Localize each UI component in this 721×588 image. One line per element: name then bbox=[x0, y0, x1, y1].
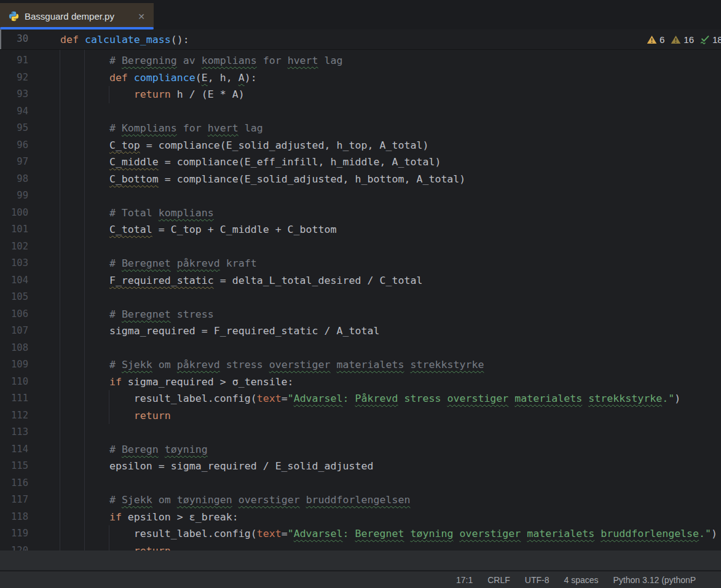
code-line[interactable]: 93 return h / (E * A) bbox=[0, 86, 721, 103]
code-token: tøyning bbox=[165, 444, 208, 455]
inspection-count: 6 bbox=[660, 34, 664, 45]
code-line[interactable]: 119 result_label.config(text="Advarsel: … bbox=[0, 525, 721, 543]
code-token bbox=[171, 257, 177, 269]
line-number[interactable]: 117 bbox=[0, 492, 36, 509]
status-line-ending[interactable]: CRLF bbox=[487, 575, 510, 585]
code-line[interactable]: 117 # Sjekk om tøyningen overstiger brud… bbox=[0, 492, 721, 509]
code-token: kraft bbox=[220, 257, 257, 269]
line-number[interactable]: 99 bbox=[0, 187, 36, 205]
code-token: komplians bbox=[202, 55, 257, 66]
code-line[interactable]: 98 C_bottom = compliance(E_solid_adjuste… bbox=[0, 171, 721, 188]
code-line[interactable]: 104 F_required_static = delta_L_total_de… bbox=[0, 272, 721, 289]
code-line[interactable]: 92 def compliance(E, h, A): bbox=[0, 69, 721, 87]
status-indent[interactable]: 4 spaces bbox=[564, 575, 598, 585]
line-number[interactable]: 92 bbox=[0, 69, 36, 87]
code-line[interactable]: 107 sigma_required = F_required_static /… bbox=[0, 323, 721, 340]
code-line[interactable]: 102 bbox=[0, 238, 721, 256]
code-line[interactable]: 101 C_total = C_top + C_middle + C_botto… bbox=[0, 221, 721, 238]
line-number[interactable]: 116 bbox=[0, 475, 36, 492]
code-token: tøyning bbox=[411, 528, 454, 539]
status-bar: 17:1 CRLF UTF-8 4 spaces Python 3.12 (py… bbox=[456, 571, 696, 588]
code-line[interactable]: 112 return bbox=[0, 407, 721, 425]
code-token: Sjekk bbox=[122, 359, 152, 370]
inspection-warnings-weak[interactable]: 16 bbox=[671, 34, 694, 45]
line-number[interactable]: 102 bbox=[0, 238, 36, 256]
editor[interactable]: 91 # Beregning av komplians for hvert la… bbox=[0, 50, 721, 551]
code-line[interactable]: 94 bbox=[0, 103, 721, 120]
code-token: : bbox=[343, 393, 355, 404]
code-token: stress bbox=[220, 359, 269, 370]
code-line[interactable]: 110 if sigma_required > σ_tensile: bbox=[0, 374, 721, 391]
code-text: # Sjekk om påkrevd stress overstiger mat… bbox=[36, 356, 484, 374]
code-token: hvert bbox=[208, 122, 238, 134]
code-line[interactable]: 91 # Beregning av komplians for hvert la… bbox=[0, 52, 721, 69]
line-number[interactable]: 91 bbox=[0, 52, 36, 69]
code-token: tøyningen bbox=[177, 494, 232, 506]
line-number[interactable]: 113 bbox=[0, 424, 36, 441]
line-number[interactable]: 106 bbox=[0, 306, 36, 323]
code-line[interactable]: 103 # Beregnet påkrevd kraft bbox=[0, 255, 721, 272]
line-number[interactable]: 97 bbox=[0, 154, 36, 171]
code-line[interactable]: 108 bbox=[0, 340, 721, 357]
code-line[interactable]: 96 C_top = compliance(E_solid_adjusted, … bbox=[0, 137, 721, 154]
code-token: result_label.config( bbox=[134, 528, 257, 539]
code-text: # Beregnet stress bbox=[36, 306, 214, 323]
code-line[interactable]: 115 epsilon = sigma_required / E_solid_a… bbox=[0, 458, 721, 475]
line-number[interactable]: 93 bbox=[0, 86, 36, 103]
tab-close-icon[interactable]: ✕ bbox=[138, 12, 145, 21]
sticky-line-number[interactable]: 30 bbox=[0, 31, 36, 48]
line-number[interactable]: 104 bbox=[0, 272, 36, 289]
line-number[interactable]: 120 bbox=[0, 543, 36, 551]
status-caret-position[interactable]: 17:1 bbox=[456, 575, 473, 585]
line-number[interactable]: 100 bbox=[0, 205, 36, 222]
line-number[interactable]: 101 bbox=[0, 221, 36, 238]
code-line[interactable]: 113 bbox=[0, 424, 721, 441]
code-line[interactable]: 99 bbox=[0, 187, 721, 205]
line-number[interactable]: 118 bbox=[0, 509, 36, 526]
inspection-warnings-strong[interactable]: 6 bbox=[647, 34, 664, 45]
line-number[interactable]: 119 bbox=[0, 525, 36, 543]
line-number[interactable]: 103 bbox=[0, 255, 36, 272]
code-token: Påkrevd bbox=[355, 393, 398, 404]
line-number[interactable]: 110 bbox=[0, 374, 36, 391]
code-token: epsilon > ε_break: bbox=[122, 511, 238, 523]
line-number[interactable]: 95 bbox=[0, 120, 36, 137]
code-text: C_top = compliance(E_solid_adjusted, h_t… bbox=[36, 137, 428, 154]
code-line[interactable]: 109 # Sjekk om påkrevd stress overstiger… bbox=[0, 356, 721, 374]
line-number[interactable]: 115 bbox=[0, 458, 36, 475]
code-token: ) bbox=[674, 393, 680, 404]
code-line[interactable]: 95 # Komplians for hvert lag bbox=[0, 120, 721, 137]
status-encoding[interactable]: UTF-8 bbox=[525, 575, 550, 585]
status-interpreter[interactable]: Python 3.12 (pythonP bbox=[613, 575, 696, 585]
code-text: # Beregnet påkrevd kraft bbox=[36, 255, 257, 272]
sticky-line-row[interactable]: 30 def calculate_mass(): 6 16 18 bbox=[0, 29, 721, 50]
code-token: # bbox=[109, 55, 122, 66]
code-line[interactable]: 100 # Total komplians bbox=[0, 205, 721, 222]
line-number[interactable]: 96 bbox=[0, 137, 36, 154]
code-line[interactable]: 114 # Beregn tøyning bbox=[0, 441, 721, 458]
code-token: if bbox=[109, 511, 122, 523]
tab-bassguard-demper[interactable]: Bassguard demper.py ✕ bbox=[0, 3, 154, 29]
line-number[interactable]: 108 bbox=[0, 340, 36, 357]
line-number[interactable]: 109 bbox=[0, 356, 36, 374]
code-line[interactable]: 97 C_middle = compliance(E_eff_infill, h… bbox=[0, 154, 721, 171]
code-text: def compliance(E, h, A): bbox=[36, 69, 257, 87]
code-line[interactable]: 120 return bbox=[0, 543, 721, 551]
inspection-ok[interactable]: 18 bbox=[700, 34, 721, 45]
code-token: = delta_L_total_desired / C_total bbox=[214, 275, 423, 286]
code-line[interactable]: 118 if epsilon > ε_break: bbox=[0, 509, 721, 526]
code-line[interactable]: 105 bbox=[0, 289, 721, 306]
line-number[interactable]: 111 bbox=[0, 390, 36, 407]
line-number[interactable]: 105 bbox=[0, 289, 36, 306]
code-token bbox=[508, 393, 514, 404]
code-token: : bbox=[343, 528, 355, 539]
code-line[interactable]: 111 result_label.config(text="Advarsel: … bbox=[0, 390, 721, 407]
code-line[interactable]: 116 bbox=[0, 475, 721, 492]
line-number[interactable]: 107 bbox=[0, 323, 36, 340]
line-number[interactable]: 98 bbox=[0, 171, 36, 188]
line-number[interactable]: 112 bbox=[0, 407, 36, 425]
line-number[interactable]: 114 bbox=[0, 441, 36, 458]
code-line[interactable]: 106 # Beregnet stress bbox=[0, 306, 721, 323]
code-token: # bbox=[109, 359, 122, 370]
line-number[interactable]: 94 bbox=[0, 103, 36, 120]
